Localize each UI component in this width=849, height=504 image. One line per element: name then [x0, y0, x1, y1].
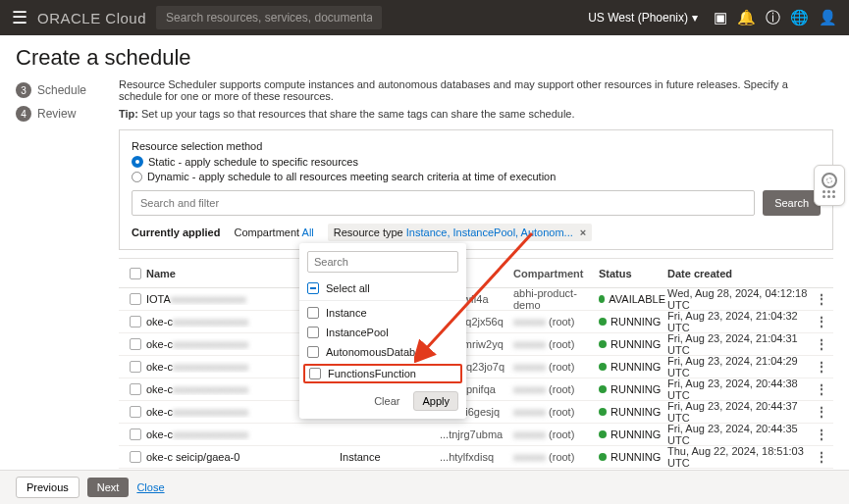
option-select-all[interactable]: Select all [299, 278, 466, 298]
table-row[interactable]: oke-cxxxxxxxxxxxxxx...kyoq2jx56qxxxxxx (… [119, 311, 833, 333]
cell-type: Instance [340, 451, 438, 463]
globe-icon[interactable]: 🌐 [790, 9, 809, 26]
cell-status: RUNNING [599, 451, 665, 463]
table-row[interactable]: IOTAxxxxxxxxxxxxxx...vfriwfl4aabhi-produ… [119, 288, 833, 311]
radio-icon [132, 156, 143, 168]
row-menu-icon[interactable]: ⋮ [815, 337, 824, 351]
chip-compartment[interactable]: Compartment All [230, 226, 317, 239]
status-dot [599, 295, 605, 303]
cell-compartment: xxxxxx (root) [513, 451, 597, 463]
cell-date: Fri, Aug 23, 2024, 20:44:35 UTC [667, 423, 813, 446]
cell-compartment: abhi-product-demo [513, 287, 597, 311]
radio-static[interactable]: Static - apply schedule to specific reso… [132, 156, 821, 168]
tip-text: Tip: Set up your tags so that resources … [119, 108, 833, 120]
select-all-checkbox[interactable] [130, 268, 141, 279]
table-row[interactable]: oke-cxxxxxxxxxxxxxx...gpltpnifqaxxxxxx (… [119, 378, 833, 401]
grid-icon [822, 190, 836, 199]
brand: ORACLE Cloud [37, 10, 146, 26]
cell-compartment: xxxxxx (root) [513, 338, 597, 350]
cell-date: Fri, Aug 23, 2024, 21:04:31 UTC [667, 332, 813, 356]
page-title: Create a schedule [0, 35, 849, 78]
cell-date: Fri, Aug 23, 2024, 21:04:29 UTC [667, 355, 813, 378]
cell-compartment: xxxxxx (root) [513, 361, 597, 373]
row-checkbox[interactable] [130, 293, 141, 305]
menu-icon[interactable]: ☰ [12, 7, 27, 28]
radio-dynamic[interactable]: Dynamic - apply schedule to all resource… [132, 171, 821, 182]
cell-status: AVAILABLE [599, 293, 665, 305]
status-dot [599, 363, 607, 371]
cell-date: Wed, Aug 28, 2024, 04:12:18 UTC [667, 287, 813, 311]
option-instancepool[interactable]: InstancePool [299, 323, 466, 342]
table-row[interactable]: oke-cxxxxxxxxxxxxxx...tnjrg7ubmaxxxxxx (… [119, 424, 833, 446]
row-menu-icon[interactable]: ⋮ [815, 405, 824, 419]
checkbox-icon [309, 368, 321, 379]
region-selector[interactable]: US West (Phoenix) ▾ [588, 11, 698, 25]
dropdown-search-input[interactable] [307, 251, 458, 273]
wizard-steps: 3Schedule 4Review [16, 78, 119, 491]
cell-ocid: ...htylfxdisq [440, 451, 511, 463]
global-search-input[interactable] [156, 6, 382, 29]
dropdown-apply-button[interactable]: Apply [413, 391, 458, 411]
col-status[interactable]: Status [599, 268, 665, 279]
row-menu-icon[interactable]: ⋮ [815, 315, 824, 328]
cell-date: Thu, Aug 22, 2024, 18:51:03 UTC [667, 445, 813, 469]
table-header: Name Type OCID Compartment Status Date c… [119, 259, 833, 288]
row-checkbox[interactable] [130, 361, 141, 373]
cell-status: RUNNING [599, 406, 665, 418]
row-menu-icon[interactable]: ⋮ [815, 382, 824, 396]
row-checkbox[interactable] [130, 428, 141, 440]
search-button[interactable]: Search [763, 190, 821, 216]
wizard-footer: Previous Next Close [0, 470, 849, 504]
table-row[interactable]: oke-cxxxxxxxxxxxxxx...gk7q23jo7qxxxxxx (… [119, 356, 833, 378]
step-review[interactable]: 4Review [16, 106, 119, 122]
cell-compartment: xxxxxx (root) [513, 383, 597, 395]
row-checkbox[interactable] [130, 338, 141, 350]
option-autonomousdatabase[interactable]: AutonomousDatabase [299, 342, 466, 362]
cell-ocid: ...tnjrg7ubma [440, 428, 511, 440]
option-instance[interactable]: Instance [299, 303, 466, 323]
previous-button[interactable]: Previous [16, 477, 80, 498]
notifications-icon[interactable]: 🔔 [737, 9, 756, 26]
dropdown-clear-button[interactable]: Clear [366, 391, 407, 411]
row-menu-icon[interactable]: ⋮ [815, 428, 824, 441]
table-row[interactable]: oke-cxxxxxxxxxxxxxx...i5qmriw2yqxxxxxx (… [119, 333, 833, 356]
row-checkbox[interactable] [130, 451, 141, 463]
help-icon[interactable]: ⓘ [766, 9, 780, 27]
table-row[interactable]: oke-c seicip/gaea-0Instance...htylfxdisq… [119, 446, 833, 469]
option-functionsfunction[interactable]: FunctionsFunction [303, 364, 462, 383]
row-checkbox[interactable] [130, 316, 141, 328]
cell-status: RUNNING [599, 338, 665, 350]
support-widget[interactable] [814, 165, 845, 206]
cell-name: oke-c seicip/gaea-0 [146, 451, 338, 463]
status-dot [599, 340, 607, 348]
step-schedule[interactable]: 3Schedule [16, 82, 119, 98]
table-row[interactable]: oke-cxxxxxxxxxxxxxx...sgzi6gesjqxxxxxx (… [119, 401, 833, 424]
row-checkbox[interactable] [130, 406, 141, 418]
cell-status: RUNNING [599, 316, 665, 328]
row-menu-icon[interactable]: ⋮ [815, 292, 824, 306]
col-date[interactable]: Date created [667, 268, 813, 279]
col-compartment[interactable]: Compartment [513, 268, 597, 279]
global-header: ☰ ORACLE Cloud US West (Phoenix) ▾ ▣ 🔔 ⓘ… [0, 0, 849, 35]
checkbox-icon [307, 327, 319, 338]
chips-label: Currently applied [132, 227, 220, 238]
resource-type-dropdown[interactable]: Select all Instance InstancePool Autonom… [299, 243, 466, 419]
close-icon[interactable]: × [580, 227, 586, 238]
selection-method-label: Resource selection method [132, 140, 821, 152]
cell-status: RUNNING [599, 383, 665, 395]
next-button[interactable]: Next [87, 478, 130, 497]
resource-table: Name Type OCID Compartment Status Date c… [119, 258, 833, 491]
devtools-icon[interactable]: ▣ [714, 9, 727, 26]
checkbox-icon [307, 346, 319, 358]
row-menu-icon[interactable]: ⋮ [815, 360, 824, 374]
close-link[interactable]: Close [136, 481, 164, 493]
chip-resource-type[interactable]: Resource type Instance, InstancePool, Au… [328, 224, 593, 241]
filter-input[interactable] [132, 190, 755, 216]
row-menu-icon[interactable]: ⋮ [815, 450, 824, 464]
checkbox-icon [307, 307, 319, 319]
profile-icon[interactable]: 👤 [819, 9, 837, 26]
cell-status: RUNNING [599, 361, 665, 373]
cell-name: oke-cxxxxxxxxxxxxxx [146, 428, 338, 440]
intro-text: Resource Scheduler supports compute inst… [119, 78, 833, 102]
row-checkbox[interactable] [130, 383, 141, 395]
